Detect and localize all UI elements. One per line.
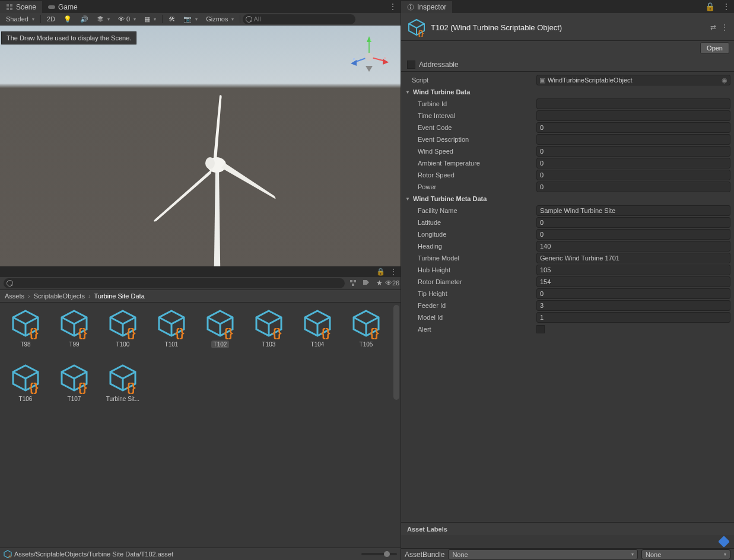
scriptable-icon: {}: [107, 307, 139, 339]
property-input[interactable]: [536, 110, 730, 121]
property-input[interactable]: [536, 170, 730, 180]
btn-tools[interactable]: 🛠: [165, 14, 179, 24]
project-tabbar: 🔒 ⋮: [0, 266, 401, 277]
wind-turbine-model: [151, 91, 282, 266]
hidden-count[interactable]: 👁26: [387, 278, 397, 288]
assets-grid[interactable]: {}T98{}T99{}T100{}T101{}T102{}T103{}T104…: [0, 303, 401, 548]
favorite-icon[interactable]: ★: [374, 278, 384, 288]
property-input[interactable]: [536, 182, 730, 192]
asset-item[interactable]: {}T103: [246, 305, 292, 357]
btn-fx[interactable]: [93, 14, 113, 24]
tab-inspector[interactable]: Inspector: [401, 1, 452, 13]
property-input[interactable]: [536, 205, 730, 216]
property-label: Rotor Diameter: [405, 278, 534, 285]
breadcrumb-current[interactable]: Turbine Site Data: [94, 292, 145, 300]
asset-item[interactable]: {}Turbine Sit...: [100, 359, 146, 412]
tab-game[interactable]: Game: [42, 1, 84, 13]
property-input[interactable]: [536, 229, 730, 240]
eye-slash-icon: 👁: [118, 15, 125, 23]
inspector-lock-icon[interactable]: 🔒: [701, 2, 719, 11]
property-input[interactable]: [536, 300, 730, 311]
asset-item[interactable]: {}T105: [343, 305, 389, 357]
gizmos-dropdown[interactable]: Gizmos: [202, 14, 237, 24]
orientation-gizmo[interactable]: y x z: [348, 36, 390, 78]
breadcrumb-assets[interactable]: Assets: [5, 292, 24, 300]
group-wind-turbine-metadata[interactable]: ▼Wind Turbine Meta Data: [405, 193, 730, 205]
btn-hidden[interactable]: 👁0: [115, 14, 139, 24]
scene-viewport[interactable]: The Draw Mode used to display the Scene.…: [0, 26, 401, 266]
inspector-header-menu[interactable]: ⋮: [721, 23, 728, 31]
property-input[interactable]: [536, 276, 730, 287]
tab-context-menu[interactable]: ⋮: [385, 2, 401, 11]
btn-lighting[interactable]: 💡: [60, 14, 75, 24]
property-label: Feeder Id: [405, 302, 534, 309]
scriptable-icon: {}: [58, 307, 90, 339]
btn-grid[interactable]: ▦: [141, 14, 160, 24]
property-input[interactable]: [536, 312, 730, 323]
property-input[interactable]: [536, 265, 730, 275]
tab-scene[interactable]: Scene: [0, 1, 42, 13]
preset-icon[interactable]: ⇄: [710, 23, 716, 31]
asset-item[interactable]: {}T104: [294, 305, 341, 357]
property-input[interactable]: [536, 98, 730, 109]
project-search-input[interactable]: [4, 278, 345, 288]
add-label-icon[interactable]: [718, 536, 730, 548]
asset-item[interactable]: {}T102: [197, 305, 243, 357]
property-input[interactable]: [536, 122, 730, 133]
shading-mode-dropdown[interactable]: Shaded: [2, 14, 38, 24]
open-button[interactable]: Open: [700, 42, 729, 54]
property-input[interactable]: [536, 146, 730, 157]
asset-item[interactable]: {}T98: [2, 305, 49, 357]
svg-point-13: [365, 53, 373, 61]
search-by-type-icon[interactable]: [348, 278, 358, 288]
asset-label: T99: [66, 341, 81, 348]
lock-icon[interactable]: 🔒: [376, 268, 385, 276]
property-input[interactable]: [536, 134, 730, 145]
asset-label: T102: [211, 341, 230, 348]
asset-item[interactable]: {}T101: [148, 305, 195, 357]
asset-label: T106: [17, 395, 35, 403]
scriptable-object-icon[interactable]: {}: [407, 18, 426, 37]
asset-item[interactable]: {}T106: [2, 359, 49, 412]
speaker-icon: 🔊: [80, 15, 88, 23]
alert-checkbox[interactable]: [536, 325, 545, 333]
asset-labels-header[interactable]: Asset Labels: [401, 522, 734, 535]
svg-text:{}: {}: [78, 381, 87, 394]
svg-rect-21: [350, 280, 352, 282]
project-context-menu[interactable]: ⋮: [390, 268, 397, 276]
object-picker-icon[interactable]: ◉: [722, 77, 727, 84]
breadcrumb-scriptable[interactable]: ScriptableObjects: [34, 292, 85, 300]
property-label: Latitude: [405, 219, 534, 226]
assetbundle-variant-dropdown[interactable]: None: [641, 549, 730, 559]
property-label: Model Id: [405, 314, 534, 321]
script-field[interactable]: ▣WindTurbineScriptableObject◉: [536, 75, 730, 85]
search-by-label-icon[interactable]: [361, 278, 371, 288]
asset-item[interactable]: {}T107: [51, 359, 97, 412]
asset-item[interactable]: {}T99: [51, 305, 97, 357]
inspector-context-menu[interactable]: ⋮: [719, 2, 734, 11]
asset-item[interactable]: {}T100: [100, 305, 146, 357]
btn-camera[interactable]: 📷: [180, 14, 201, 24]
project-scrollbar[interactable]: [393, 305, 399, 400]
btn-audio[interactable]: 🔊: [77, 14, 92, 24]
svg-text:{}: {}: [78, 326, 87, 339]
property-input[interactable]: [536, 288, 730, 299]
thumbnail-size-slider[interactable]: [361, 553, 397, 555]
group-wind-turbine-data[interactable]: ▼Wind Turbine Data: [405, 86, 730, 98]
property-input[interactable]: [536, 253, 730, 263]
addressable-checkbox[interactable]: [407, 61, 415, 69]
property-input[interactable]: [536, 241, 730, 252]
property-input[interactable]: [536, 158, 730, 168]
btn-2d[interactable]: 2D: [43, 14, 59, 24]
svg-text:{}: {}: [126, 381, 136, 394]
scriptable-icon: {}: [350, 307, 382, 339]
property-label: Turbine Id: [405, 100, 534, 107]
scene-search-input[interactable]: [243, 14, 355, 24]
property-input[interactable]: [536, 217, 730, 228]
svg-text:{}: {}: [321, 326, 331, 339]
svg-rect-61: [410, 7, 411, 9]
scene-search[interactable]: [243, 14, 355, 24]
property-label: Turbine Model: [405, 254, 534, 262]
assetbundle-dropdown[interactable]: None: [448, 549, 638, 559]
svg-text:{}: {}: [175, 326, 185, 339]
